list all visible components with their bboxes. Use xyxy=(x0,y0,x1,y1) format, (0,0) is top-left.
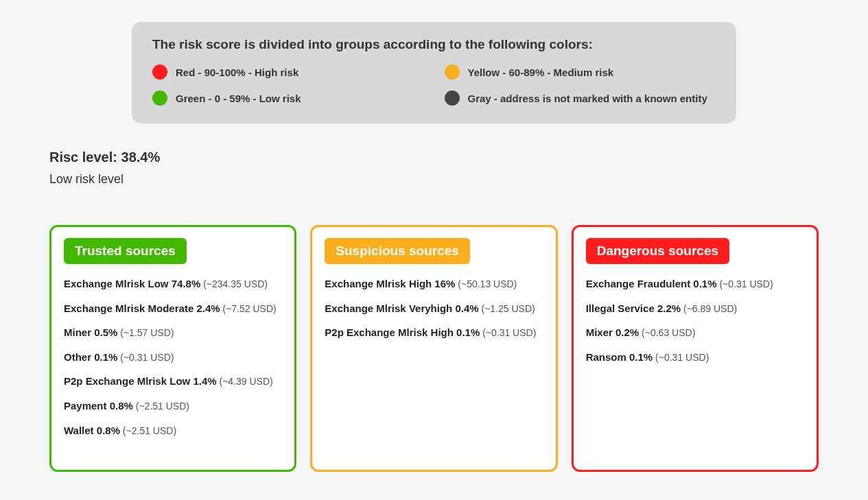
list-item: Exchange Mlrisk Low 74.8% (~234.35 USD) xyxy=(64,276,282,291)
item-name: Illegal Service 2.2% xyxy=(586,302,681,314)
item-name: Mixer 0.2% xyxy=(586,326,640,338)
legend-item-yellow: Yellow - 60-89% - Medium risk xyxy=(445,64,716,80)
dot-yellow-icon xyxy=(445,64,460,80)
card-title-trusted: Trusted sources xyxy=(64,238,187,264)
item-usd: (~0.31 USD) xyxy=(117,352,174,363)
card-trusted-items: Exchange Mlrisk Low 74.8% (~234.35 USD)E… xyxy=(64,276,282,438)
legend-item-green: Green - 0 - 59% - Low risk xyxy=(152,91,424,106)
risk-level-description: Low risk level xyxy=(49,172,819,187)
item-name: Exchange Fraudulent 0.1% xyxy=(586,278,717,289)
item-name: Miner 0.5% xyxy=(64,326,117,338)
page-container: The risk score is divided into groups ac… xyxy=(0,22,868,499)
list-item: Exchange Mlrisk Veryhigh 0.4% (~1.25 USD… xyxy=(325,301,543,316)
item-usd: (~0.63 USD) xyxy=(639,327,695,338)
legend-grid: Red - 90-100% - High risk Yellow - 60-89… xyxy=(152,64,716,106)
legend-item-red: Red - 90-100% - High risk xyxy=(152,64,424,80)
dot-red-icon xyxy=(152,64,167,80)
list-item: Payment 0.8% (~2.51 USD) xyxy=(64,398,282,414)
legend-text-red: Red - 90-100% - High risk xyxy=(176,67,298,78)
item-usd: (~6.89 USD) xyxy=(681,303,737,314)
item-name: Payment 0.8% xyxy=(64,400,133,412)
item-usd: (~4.39 USD) xyxy=(217,376,273,387)
risk-level: Risc level: 38.4% xyxy=(49,150,819,165)
list-item: Illegal Service 2.2% (~6.89 USD) xyxy=(586,301,804,316)
item-name: Exchange Mlrisk Low 74.8% xyxy=(64,278,200,289)
item-usd: (~1.25 USD) xyxy=(479,303,535,314)
item-usd: (~0.31 USD) xyxy=(480,327,536,338)
item-usd: (~234.35 USD) xyxy=(200,278,268,289)
legend-text-green: Green - 0 - 59% - Low risk xyxy=(176,93,301,104)
item-name: Wallet 0.8% xyxy=(64,425,120,436)
list-item: Exchange Mlrisk High 16% (~50.13 USD) xyxy=(325,276,543,291)
item-name: Ransom 0.1% xyxy=(586,351,653,363)
cards-row: Trusted sources Exchange Mlrisk Low 74.8… xyxy=(49,225,819,472)
card-title-dangerous: Dangerous sources xyxy=(586,238,729,264)
card-dangerous-items: Exchange Fraudulent 0.1% (~0.31 USD)Ille… xyxy=(586,276,804,364)
card-suspicious-items: Exchange Mlrisk High 16% (~50.13 USD)Exc… xyxy=(325,276,543,340)
item-name: Exchange Mlrisk Moderate 2.4% xyxy=(64,302,220,314)
card-title-suspicious: Suspicious sources xyxy=(325,238,470,264)
list-item: Miner 0.5% (~1.57 USD) xyxy=(64,325,282,340)
item-name: P2p Exchange Mlrisk Low 1.4% xyxy=(64,375,217,387)
item-name: P2p Exchange Mlrisk High 0.1% xyxy=(325,326,480,338)
card-suspicious: Suspicious sources Exchange Mlrisk High … xyxy=(310,225,557,472)
legend-box: The risk score is divided into groups ac… xyxy=(132,22,736,123)
list-item: Ransom 0.1% (~0.31 USD) xyxy=(586,350,804,365)
item-name: Exchange Mlrisk Veryhigh 0.4% xyxy=(325,302,478,314)
list-item: Wallet 0.8% (~2.51 USD) xyxy=(64,423,282,438)
list-item: P2p Exchange Mlrisk Low 1.4% (~4.39 USD) xyxy=(64,374,282,389)
legend-text-yellow: Yellow - 60-89% - Medium risk xyxy=(468,67,614,78)
item-usd: (~2.51 USD) xyxy=(133,401,189,412)
item-usd: (~1.57 USD) xyxy=(117,327,174,338)
list-item: Exchange Mlrisk Moderate 2.4% (~7.52 USD… xyxy=(64,301,282,316)
legend-title: The risk score is divided into groups ac… xyxy=(152,37,716,52)
item-name: Exchange Mlrisk High 16% xyxy=(325,278,455,289)
list-item: P2p Exchange Mlrisk High 0.1% (~0.31 USD… xyxy=(325,325,543,340)
dot-green-icon xyxy=(152,91,167,106)
item-usd: (~2.51 USD) xyxy=(120,425,176,436)
list-item: Exchange Fraudulent 0.1% (~0.31 USD) xyxy=(586,276,804,291)
item-usd: (~7.52 USD) xyxy=(220,303,277,314)
item-usd: (~0.31 USD) xyxy=(717,278,773,289)
card-trusted: Trusted sources Exchange Mlrisk Low 74.8… xyxy=(49,225,296,472)
card-dangerous: Dangerous sources Exchange Fraudulent 0.… xyxy=(572,225,819,472)
dot-gray-icon xyxy=(445,91,460,106)
item-usd: (~0.31 USD) xyxy=(653,352,709,363)
list-item: Other 0.1% (~0.31 USD) xyxy=(64,350,282,365)
list-item: Mixer 0.2% (~0.63 USD) xyxy=(586,325,804,340)
item-usd: (~50.13 USD) xyxy=(455,278,517,289)
legend-item-gray: Gray - address is not marked with a know… xyxy=(445,91,716,106)
legend-text-gray: Gray - address is not marked with a know… xyxy=(468,93,707,104)
item-name: Other 0.1% xyxy=(64,351,117,363)
